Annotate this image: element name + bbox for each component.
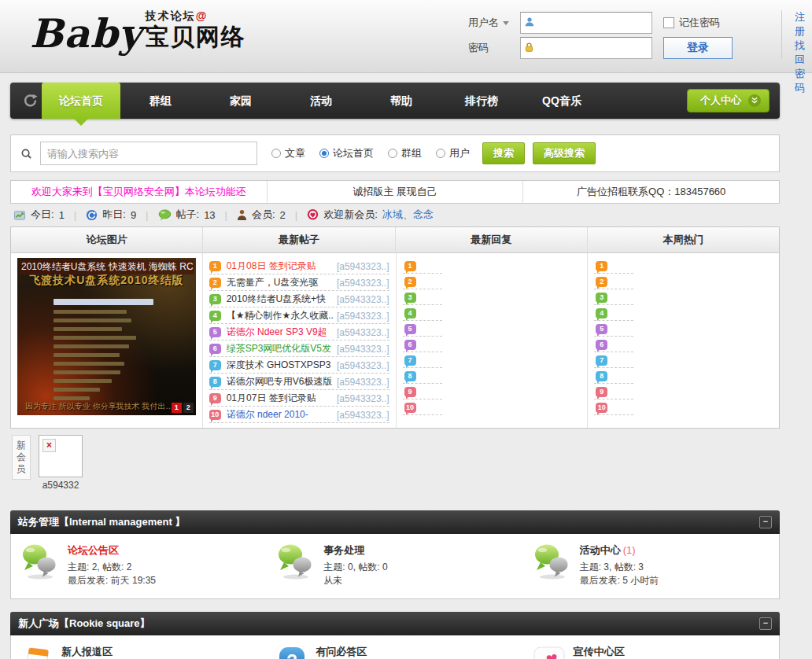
column-forum-pictures: 2010终结者U盘系统 快速装机 海蜘蛛 RC 飞渡技术U盘系统2010终结版 … xyxy=(11,253,202,428)
site-logo[interactable]: Baby 技术论坛@ 宝贝网络 xyxy=(30,3,246,64)
reply-rank-row[interactable]: 7 xyxy=(403,352,442,368)
reply-rank-row[interactable]: 4 xyxy=(403,305,442,321)
login-button[interactable]: 登录 xyxy=(663,37,733,59)
nav-toggle-icon[interactable] xyxy=(18,83,42,119)
nav-item[interactable]: 活动 xyxy=(281,83,361,119)
search-input[interactable] xyxy=(40,142,257,165)
rank-badge: 3 xyxy=(596,293,607,303)
post-author[interactable]: [a5943323..] xyxy=(337,410,389,421)
username-dropdown-caret-icon[interactable] xyxy=(503,21,509,28)
forum-cell[interactable]: 新人报道区主题: 0, 帖数: 0从未 xyxy=(11,643,267,659)
remember-password[interactable]: 记住密码 xyxy=(663,16,770,30)
forum-title[interactable]: 事务处理 xyxy=(323,543,387,558)
hot-rank-row[interactable]: 7 xyxy=(594,352,633,368)
post-title-link[interactable]: 诺德尔 Ndeer SP3 V9超 xyxy=(227,326,334,339)
forum-cell[interactable]: 活动中心(1)主题: 3, 帖数: 3最后发表: 5 小时前 xyxy=(523,542,779,589)
post-title-link[interactable]: 01月07日 签到记录贴 xyxy=(227,392,334,405)
post-author[interactable]: [a5943323..] xyxy=(337,377,389,388)
post-title-link[interactable]: 诺德尔 ndeer 2010- xyxy=(227,408,334,422)
search-scope-option[interactable]: 用户 xyxy=(436,146,470,160)
post-title-link[interactable]: 【★精心制作★永久收藏.. xyxy=(227,309,334,322)
slide-menu-line xyxy=(54,344,129,348)
post-author[interactable]: [a5943323..] xyxy=(337,311,389,322)
site-header: Baby 技术论坛@ 宝贝网络 用户名 记住密码 密码 登录 注册 找回密码 xyxy=(0,0,812,73)
rank-badge: 4 xyxy=(596,308,607,318)
forgot-password-link[interactable]: 找回密码 xyxy=(795,39,812,95)
user-center-button[interactable]: 个人中心 xyxy=(687,89,770,112)
forum-cell[interactable]: ♥♥宣传中心区主题: 0, 帖数: 0从未 xyxy=(523,643,779,659)
nav-item[interactable]: 排行榜 xyxy=(441,83,522,119)
hot-rank-row[interactable]: 6 xyxy=(594,337,633,352)
hot-rank-row[interactable]: 9 xyxy=(594,384,633,399)
pager-page-1[interactable]: 1 xyxy=(172,403,182,413)
nav-item[interactable]: 帮助 xyxy=(361,83,441,119)
forum-cell[interactable]: 事务处理主题: 0, 帖数: 0从未 xyxy=(267,542,522,589)
nav-item[interactable]: QQ音乐 xyxy=(522,83,602,119)
reply-rank-row[interactable]: 3 xyxy=(403,289,442,305)
hot-rank-row[interactable]: 5 xyxy=(594,321,633,337)
forum-picture-slide[interactable]: 2010终结者U盘系统 快速装机 海蜘蛛 RC 飞渡技术U盘系统2010终结版 … xyxy=(17,258,196,415)
advanced-search-button[interactable]: 高级搜索 xyxy=(533,142,596,164)
username-input[interactable] xyxy=(538,14,648,31)
forum-title[interactable]: 新人报道区 xyxy=(61,645,125,659)
post-author[interactable]: [a5943323..] xyxy=(337,278,389,289)
post-author[interactable]: [a5943323..] xyxy=(337,393,389,404)
rank-number: 8 xyxy=(596,371,607,381)
post-title-link[interactable]: 深度技术 GHOSTXPSP3 xyxy=(227,359,334,372)
forum-title[interactable]: 有问必答区 xyxy=(316,645,379,659)
pager-page-2[interactable]: 2 xyxy=(183,403,194,413)
hearts-icon: ♥♥ xyxy=(533,645,566,659)
announcement-link[interactable]: 广告位招租联系QQ：183457660 xyxy=(522,181,779,203)
post-title-link[interactable]: 01月08日 签到记录贴 xyxy=(227,260,334,273)
post-author[interactable]: [a5943323..] xyxy=(337,360,389,371)
announcement-link[interactable]: 欢迎大家来到【宝贝网络安全网】本论坛功能还 xyxy=(11,181,267,203)
search-scope-option[interactable]: 论坛首页 xyxy=(319,146,374,160)
forum-lastpost: 最后发表: 前天 19:35 xyxy=(68,574,156,587)
reply-rank-row[interactable]: 9 xyxy=(403,384,442,399)
post-title-link[interactable]: 诺德尔网吧专用V6极速版 xyxy=(227,375,334,388)
password-input[interactable] xyxy=(537,39,648,57)
search-scope-option[interactable]: 文章 xyxy=(271,146,305,160)
collapse-button[interactable]: − xyxy=(759,617,772,630)
announcement-link[interactable]: 诚招版主 展现自己 xyxy=(267,181,523,203)
search-scope-option[interactable]: 群组 xyxy=(388,146,422,160)
nav-item[interactable]: 群组 xyxy=(120,83,201,119)
post-author[interactable]: [a5943323..] xyxy=(337,327,389,338)
forum-cell[interactable]: ?有问必答区主题: 0, 帖数: 0从未 xyxy=(267,643,522,659)
post-author[interactable]: [a5943323..] xyxy=(337,294,389,305)
post-author[interactable]: [a5943323..] xyxy=(337,261,389,272)
reply-rank-row[interactable]: 8 xyxy=(403,368,442,384)
forum-title[interactable]: 活动中心(1) xyxy=(580,543,659,558)
register-link[interactable]: 注册 xyxy=(795,10,812,39)
slide-menu-line xyxy=(54,388,100,392)
hot-rank-row[interactable]: 4 xyxy=(594,305,633,321)
hot-rank-row[interactable]: 8 xyxy=(594,368,633,384)
reply-rank-row[interactable]: 1 xyxy=(403,258,442,274)
forum-title[interactable]: 论坛公告区 xyxy=(68,543,156,558)
remember-checkbox[interactable] xyxy=(663,17,674,28)
post-title-link[interactable]: 无需量产，U盘变光驱 xyxy=(227,276,334,289)
stat-value[interactable]: 冰域、念念 xyxy=(382,208,434,222)
post-title-link[interactable]: 2010终结者U盘系统+快 xyxy=(227,293,334,306)
collapse-button[interactable]: − xyxy=(759,516,772,528)
post-title-link[interactable]: 绿茶SP3网吧优化版V5发 xyxy=(227,342,334,355)
hot-rank-row[interactable]: 3 xyxy=(594,289,633,305)
reply-rank-row[interactable]: 6 xyxy=(403,337,442,352)
forum-lastpost: 最后发表: 5 小时前 xyxy=(580,574,659,587)
forum-bubbles-icon xyxy=(20,543,60,580)
new-member-name[interactable]: a594332 xyxy=(42,480,79,491)
forum-cell[interactable]: 论坛公告区主题: 2, 帖数: 2最后发表: 前天 19:35 xyxy=(11,542,267,589)
hot-rank-row[interactable]: 1 xyxy=(594,258,633,274)
reply-rank-row[interactable]: 10 xyxy=(403,399,442,415)
post-author[interactable]: [a5943323..] xyxy=(337,344,389,355)
new-member-avatar[interactable]: × xyxy=(39,435,83,477)
reply-rank-row[interactable]: 5 xyxy=(403,321,442,337)
hot-rank-row[interactable]: 2 xyxy=(594,274,633,289)
forum-title[interactable]: 宣传中心区 xyxy=(574,645,637,659)
hot-rank-row[interactable]: 10 xyxy=(594,399,633,415)
reply-rank-row[interactable]: 2 xyxy=(403,274,442,289)
nav-item[interactable]: 论坛首页 xyxy=(42,83,120,119)
search-button[interactable]: 搜索 xyxy=(482,142,525,164)
nav-item[interactable]: 家园 xyxy=(201,83,281,119)
rank-number: 2 xyxy=(404,277,416,287)
